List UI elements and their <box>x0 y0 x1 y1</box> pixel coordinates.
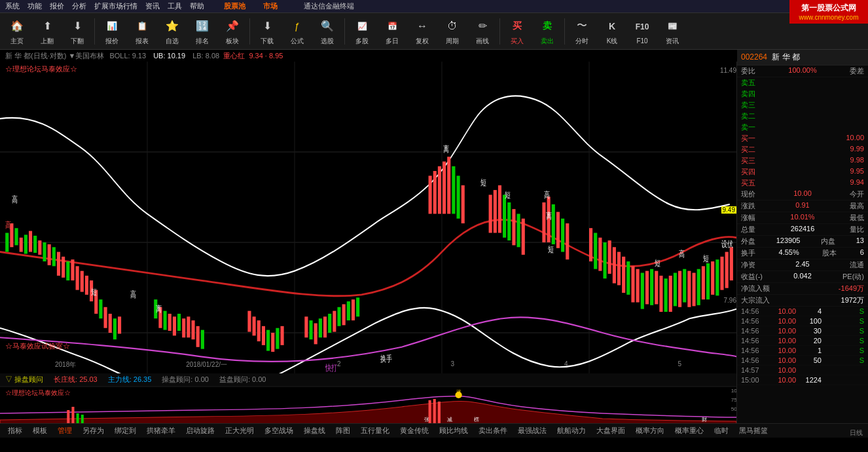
btn-bankuai[interactable]: 📌 板块 <box>218 15 247 48</box>
btab-duokong[interactable]: 多空战场 <box>259 424 298 437</box>
ts-flag-2: S <box>824 327 864 335</box>
btn-shangfan[interactable]: ⬆ 上翻 <box>33 15 62 48</box>
btn-zixun[interactable]: 📰 资讯 <box>658 15 687 48</box>
btn-mairu[interactable]: 买 买入 <box>503 15 532 48</box>
btab-gailvfangxiang[interactable]: 概率方向 <box>630 424 670 437</box>
svg-rect-46 <box>257 320 261 341</box>
svg-text:短: 短 <box>480 178 486 187</box>
btab-huangjin[interactable]: 黄金传统 <box>395 424 434 437</box>
menu-xitong[interactable]: 系统 <box>5 1 20 11</box>
btab-hangchuan[interactable]: 航船动力 <box>552 424 591 437</box>
logo-title: 第一股票公式网 <box>793 3 864 14</box>
btn-xiafan[interactable]: ⬇ 下翻 <box>63 15 92 48</box>
svg-rect-45 <box>253 316 256 335</box>
ts-vol-5: 50 <box>799 356 822 364</box>
ts-vol-6 <box>799 366 822 374</box>
svg-rect-58 <box>333 311 336 332</box>
svg-rect-49 <box>271 333 274 352</box>
btab-qidong[interactable]: 启动旋路 <box>181 424 220 437</box>
btab-zhuntu[interactable]: 阵图 <box>331 424 355 437</box>
xiafan-icon: ⬇ <box>68 17 86 35</box>
btab-dapan[interactable]: 大盘界面 <box>591 424 630 437</box>
btab-zuiqiang[interactable]: 最强战法 <box>513 424 552 437</box>
tab-shichang[interactable]: 市场 <box>263 1 278 11</box>
menu-zixun[interactable]: 资讯 <box>145 1 160 11</box>
svg-text:高: 高 <box>12 195 18 204</box>
btab-gailvzhongxin[interactable]: 概率重心 <box>670 424 709 437</box>
btab-zhibiao[interactable]: 指标 <box>3 424 27 437</box>
btn-duori[interactable]: 📅 多日 <box>378 15 407 48</box>
btn-huaxian[interactable]: ✏ 画线 <box>468 15 497 48</box>
svg-rect-84 <box>561 219 564 252</box>
svg-text:离: 离 <box>156 304 162 313</box>
svg-rect-44 <box>247 311 251 332</box>
svg-rect-96 <box>636 269 640 303</box>
menu-gongju[interactable]: 工具 <box>168 1 182 11</box>
svg-rect-38 <box>177 314 181 331</box>
lower-chart[interactable]: 迷 张 减 楞 财 100.0 75.00 50.00 ☆理想论坛马泰效应☆ <box>0 386 736 423</box>
btn-fuquan[interactable]: ↔ 复权 <box>408 15 437 48</box>
btab-caopanxian[interactable]: 操盘线 <box>298 424 331 437</box>
sell1-label: 卖一 <box>741 122 755 132</box>
btn-fenshi-label: 分时 <box>575 37 588 46</box>
btn-baobiao[interactable]: 📋 报表 <box>128 15 156 48</box>
btab-lingcunwei[interactable]: 另存为 <box>77 424 109 437</box>
menu-kuozhan[interactable]: 扩展市场行情 <box>94 1 137 11</box>
btn-gongshi[interactable]: ƒ 公式 <box>283 15 312 48</box>
boll-info: BOLL: 9.13 UB: 10.19 LB: 8.08 重心红 9.34 ·… <box>109 51 283 61</box>
menu-bangzhu[interactable]: 帮助 <box>190 1 204 11</box>
btn-xiazai[interactable]: ⬇ 下载 <box>253 15 281 48</box>
btn-f10[interactable]: F10 F10 <box>628 15 657 48</box>
btn-baojia[interactable]: 📊 报价 <box>98 15 126 48</box>
webi-label: 委比 <box>741 66 755 76</box>
ts-row-1: 14:56 10.00 100 S <box>737 316 868 326</box>
btab-muban[interactable]: 模板 <box>27 424 52 437</box>
btab-zhengda[interactable]: 正大光明 <box>220 424 259 437</box>
menu-baojia[interactable]: 报价 <box>50 1 64 11</box>
svg-rect-147 <box>77 413 79 423</box>
btab-heima[interactable]: 黑马摇篮 <box>734 424 773 437</box>
jinliu-value: -1649万 <box>839 284 864 293</box>
svg-rect-70 <box>457 176 460 218</box>
btn-kxian[interactable]: K K线 <box>598 15 626 48</box>
btn-duogu[interactable]: 📈 多股 <box>348 15 376 48</box>
menu-fenxi[interactable]: 分析 <box>72 1 86 11</box>
svg-rect-73 <box>494 190 497 233</box>
btab-linshi[interactable]: 临时 <box>709 424 734 437</box>
zongliang-value: 262416 <box>791 225 815 235</box>
btn-zhouqi[interactable]: ⏱ 周期 <box>438 15 467 48</box>
btab-guanli[interactable]: 管理 <box>52 424 77 437</box>
bankuai-icon: 📌 <box>223 17 242 35</box>
btab-gubi[interactable]: 顾比均线 <box>434 424 473 437</box>
stock-code: 002264 <box>741 52 767 62</box>
btab-maichu[interactable]: 卖出条件 <box>473 424 513 437</box>
btab-wuxing[interactable]: 五行量化 <box>355 424 395 437</box>
menu-gongneng[interactable]: 功能 <box>27 1 42 11</box>
btn-homepage[interactable]: 🏠 主页 <box>3 15 31 48</box>
btn-maichu[interactable]: 卖 卖出 <box>533 15 562 48</box>
sep2 <box>249 18 250 45</box>
btn-fenshi[interactable]: 〜 分时 <box>568 15 596 48</box>
buy4-price: 9.95 <box>850 167 864 177</box>
svg-rect-76 <box>507 202 511 240</box>
btab-bangdingdao[interactable]: 绑定到 <box>109 424 141 437</box>
svg-rect-112 <box>711 261 714 295</box>
ts-price-6: 10.00 <box>770 366 796 374</box>
toolbar: 🏠 主页 ⬆ 上翻 ⬇ 下翻 📊 报价 📋 报表 ⭐ 自选 🔢 排名 📌 板块 … <box>0 13 868 50</box>
svg-text:高: 高 <box>544 190 550 199</box>
btn-duori-label: 多日 <box>386 37 399 46</box>
svg-rect-69 <box>452 166 455 214</box>
btn-xuangu[interactable]: 🔍 选股 <box>313 15 342 48</box>
btn-baojia-label: 报价 <box>105 37 118 46</box>
svg-rect-65 <box>433 171 437 214</box>
tab-gupiaochi[interactable]: 股票池 <box>224 1 245 11</box>
sell1-row: 卖一 <box>737 122 868 133</box>
ts-time-3: 14:56 <box>741 337 767 345</box>
liangbi-label: 量比 <box>850 225 864 235</box>
btab-gongzhu[interactable]: 拱猪牵羊 <box>141 424 181 437</box>
svg-text:离: 离 <box>443 144 449 153</box>
main-chart[interactable]: ☆理想论坛马泰效应☆ 11.49 9.49 7.96 6.20 <box>0 62 737 423</box>
btn-zixuan[interactable]: ⭐ 自选 <box>158 15 187 48</box>
buy2-price: 9.99 <box>850 145 864 155</box>
btn-paiming[interactable]: 🔢 排名 <box>188 15 217 48</box>
